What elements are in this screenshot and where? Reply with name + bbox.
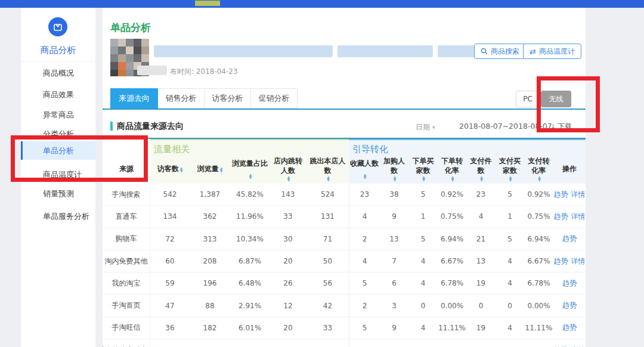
annotation-box-wireless-download [537,76,600,132]
tab-promotion-analysis[interactable]: 促销分析 [251,88,298,109]
sidebar-item-sales-forecast[interactable]: 销量预测 [21,188,95,200]
detail-link[interactable]: 详情 [571,256,586,267]
order-buyers-cell: 4 [408,324,438,332]
column-in-shop-jumps[interactable]: 店内跳转人数▲▼ [270,157,306,181]
shop-exits-cell: 50 [306,257,349,265]
favorites-cell: 2 [349,228,380,250]
table-row: 直通车 134 362 11.96% 33 131 4 9 1 0.75% 4 … [103,206,586,228]
pv-share-cell: 11.96% [230,212,270,221]
sort-icon: ▲▼ [364,173,367,179]
paid-buyers-cell: 1 [496,212,524,221]
in-shop-jumps-cell: 20 [270,257,306,265]
tab-visitor-analysis[interactable]: 访客分析 [205,88,251,109]
group-title-traffic: 流量相关 [154,144,190,155]
divider-line [103,109,586,110]
table-row: 淘内免费其他 60 208 6.87% 20 50 4 7 4 6.67% 13… [103,250,586,272]
column-visitors[interactable]: 访客数▲▼ [150,157,190,181]
paid-items-cell: 19 [466,279,496,287]
column-paid-buyers[interactable]: 支付买家数▲▼ [496,157,524,181]
detail-link[interactable]: 详情 [571,212,586,222]
paid-conversion-cell: 0.00% [524,302,553,310]
content-panel: 单品分析 布时间: 2018-04-23 商品搜索 ⇄ 商品温度计 来源去向 销… [103,8,586,347]
topbar-accent [195,1,220,6]
column-pageviews[interactable]: 浏览量▲▼ [190,157,230,181]
paid-buyers-cell: 4 [496,257,524,265]
paid-conversion-cell: 11.11% [524,324,553,332]
pageviews-cell: 196 [190,279,230,287]
column-shop-exits[interactable]: 跳出本店人数▲▼ [306,157,349,181]
paid-items-cell: 13 [466,257,496,265]
column-order-conversion[interactable]: 下单转化率▲▼ [438,157,466,181]
product-search-button[interactable]: 商品搜索 [474,44,526,59]
sort-icon: ▲▼ [287,175,290,181]
pageviews-cell: 182 [190,324,230,332]
tab-sales-analysis[interactable]: 销售分析 [158,88,205,109]
pageviews-cell: 88 [190,302,230,310]
source-cell: 购物车 [103,228,150,250]
page-title: 单品分析 [110,21,151,35]
source-cell: 直通车 [103,206,150,227]
actions-cell: 趋势详情 [553,190,586,200]
order-conversion-cell: 6.67% [438,257,466,265]
favorites-cell: 4 [349,250,380,272]
cart-adds-cell: 6 [380,279,408,287]
favorites-cell: 2 [349,339,380,347]
trend-link[interactable]: 趋势 [562,278,577,289]
column-paid-items[interactable]: 支付件数▲▼ [466,157,496,181]
paid-items-cell: 21 [466,235,496,243]
table-row: 购物车 72 313 10.34% 30 71 2 13 5 6.94% 21 … [103,228,586,250]
visitors-cell: 59 [150,279,190,287]
in-shop-jumps-cell: 20 [270,324,306,332]
shop-exits-cell: 56 [306,279,349,287]
detail-link[interactable]: 详情 [571,190,586,200]
shop-exits-cell: 131 [306,212,349,221]
toggle-pc[interactable]: PC [516,91,540,107]
order-conversion-cell: 6.94% [438,235,466,243]
trend-link[interactable]: 趋势 [554,212,568,222]
sort-icon: ▲▼ [509,175,512,181]
column-paid-conversion[interactable]: 支付转化率▲▼ [524,157,553,181]
pageviews-cell: 362 [190,212,230,221]
sidebar-item-single-product-service[interactable]: 单品服务分析 [21,210,95,222]
order-buyers-cell: 4 [408,279,438,287]
order-conversion-cell: 11.11% [438,324,466,332]
column-actions: 操作 [553,157,586,181]
paid-items-cell: 19 [466,324,496,332]
sort-icon: ▲▼ [538,175,541,181]
order-buyers-cell: 1 [408,212,438,221]
table-header: 流量相关 引导转化 来源 访客数▲▼ 浏览量▲▼ 浏览量占比▲▼ 店内跳转人数▲… [103,139,586,184]
in-shop-jumps-cell: 12 [270,302,306,310]
date-dropdown[interactable]: 日期 ▾ [416,122,435,132]
column-cart-adds[interactable]: 加购人数▲▼ [380,157,408,181]
product-title-blurred [154,45,333,57]
label-blurred [137,66,167,75]
visitors-cell: 542 [150,190,190,199]
trend-link[interactable]: 趋势 [562,234,577,244]
sidebar-item-abnormal-products[interactable]: 异常商品 [21,109,95,121]
actions-cell: 趋势 [553,278,586,289]
annotation-box-single-product-analysis [11,135,148,182]
trend-link[interactable]: 趋势 [554,256,568,267]
trend-link[interactable]: 趋势 [554,190,568,200]
shop-exits-cell: 42 [306,302,349,310]
actions-cell: 趋势 [553,323,586,333]
order-conversion-cell: 0.92% [438,190,466,199]
analysis-tabs: 来源去向 销售分析 访客分析 促销分析 [110,88,298,109]
sort-icon: ▲▼ [422,175,425,181]
sidebar-item-product-overview[interactable]: 商品概况 [21,67,95,79]
source-cell: 手淘其他店铺商品 [103,339,150,347]
source-cell: 我的淘宝 [103,272,150,294]
table-row: 手淘旺信 36 182 6.01% 20 33 5 9 4 11.11% 19 … [103,317,586,339]
sort-icon: ▲▼ [394,175,397,181]
column-pv-share[interactable]: 浏览量占比▲▼ [230,157,270,181]
sidebar-item-product-effect[interactable]: 商品效果 [21,89,95,101]
shop-exits-cell: 71 [306,235,349,243]
trend-link[interactable]: 趋势 [562,323,577,333]
cart-adds-cell: 13 [380,235,408,243]
column-order-buyers[interactable]: 下单买家数▲▼ [408,157,438,181]
column-favorites[interactable]: 收藏人数▲▼ [349,157,380,181]
visitors-cell: 60 [150,257,190,265]
product-thermometer-button[interactable]: ⇄ 商品温度计 [523,44,581,59]
tab-source-destination[interactable]: 来源去向 [110,88,158,109]
trend-link[interactable]: 趋势 [562,300,577,311]
